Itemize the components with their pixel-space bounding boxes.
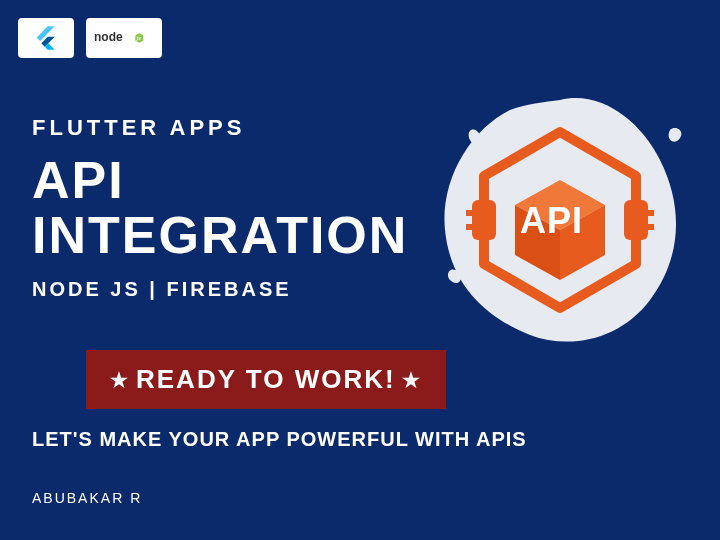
main-title: API INTEGRATION	[32, 153, 408, 262]
svg-rect-4	[624, 200, 648, 240]
svg-rect-5	[466, 210, 474, 216]
node-icon: node js	[94, 26, 154, 50]
svg-rect-6	[466, 224, 474, 230]
star-icon: ★	[402, 368, 422, 392]
api-graphic: API	[420, 80, 700, 360]
api-label: API	[520, 200, 583, 242]
subtitle: FLUTTER APPS	[32, 115, 408, 141]
svg-rect-3	[472, 200, 496, 240]
tagline: LET'S MAKE YOUR APP POWERFUL WITH APIS	[32, 428, 527, 451]
svg-text:js: js	[136, 35, 141, 41]
flutter-logo	[18, 18, 74, 58]
logo-row: node js	[18, 18, 162, 58]
title-line-1: API	[32, 153, 408, 208]
title-line-2: INTEGRATION	[32, 208, 408, 263]
star-icon: ★	[110, 368, 130, 392]
node-logo: node js	[86, 18, 162, 58]
svg-text:node: node	[94, 30, 123, 44]
subtitle-secondary: NODE JS | FIREBASE	[32, 278, 408, 301]
flutter-icon	[32, 24, 60, 52]
svg-rect-8	[646, 224, 654, 230]
svg-rect-7	[646, 210, 654, 216]
ready-badge: ★ READY TO WORK! ★	[86, 350, 446, 409]
author-name: ABUBAKAR R	[32, 490, 142, 506]
main-text-block: FLUTTER APPS API INTEGRATION NODE JS | F…	[32, 115, 408, 301]
badge-text: READY TO WORK!	[136, 364, 396, 395]
